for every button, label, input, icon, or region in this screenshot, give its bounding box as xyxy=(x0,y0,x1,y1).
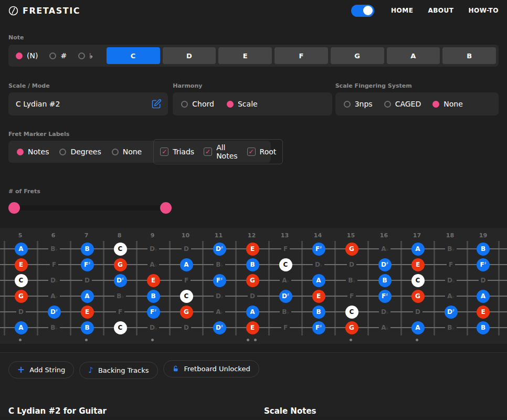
theme-toggle[interactable] xyxy=(351,5,374,17)
nav-link-about[interactable]: ABOUT xyxy=(428,7,453,14)
ghost-note[interactable]: D♭ xyxy=(445,277,457,284)
ghost-note[interactable]: B♭ xyxy=(48,324,59,331)
ghost-note[interactable]: F xyxy=(347,292,356,300)
note-bubble[interactable]: F♯ xyxy=(312,243,325,256)
fingering-option-3nps[interactable]: 3nps xyxy=(344,100,373,108)
ghost-note[interactable]: F xyxy=(182,277,191,284)
note-bubble[interactable]: C xyxy=(114,321,127,334)
note-bubble[interactable]: G xyxy=(411,290,425,303)
note-bubble[interactable]: A xyxy=(180,258,193,271)
note-bubble[interactable]: G xyxy=(15,290,28,303)
fretboard-unlocked-button[interactable]: Fretboard Unlocked xyxy=(163,360,259,377)
note-bubble[interactable]: A xyxy=(15,243,28,256)
ghost-note[interactable]: D xyxy=(413,308,423,316)
note-bubble[interactable]: F♯ xyxy=(81,258,94,271)
note-bubble[interactable]: D♯ xyxy=(279,290,292,303)
note-bubble[interactable]: B xyxy=(81,321,94,334)
fret-marker-option-notes[interactable]: Notes xyxy=(17,148,49,156)
note-bubble[interactable]: C xyxy=(114,243,127,256)
note-bubble[interactable]: G xyxy=(345,321,358,334)
note-bubble[interactable]: D♯ xyxy=(213,243,226,256)
ghost-note[interactable]: D♭ xyxy=(379,308,390,316)
note-bubble[interactable]: G xyxy=(246,274,259,287)
ghost-note[interactable]: D xyxy=(347,261,356,268)
ghost-note[interactable]: B♭ xyxy=(445,245,456,253)
note-bubble[interactable]: A xyxy=(312,274,325,287)
ghost-note[interactable]: B♭ xyxy=(114,292,125,300)
ghost-note[interactable]: D xyxy=(248,292,257,300)
note-bubble[interactable]: E xyxy=(15,258,28,271)
note-bubble[interactable]: G xyxy=(180,306,193,319)
checkbox-all-notes[interactable]: ✓All Notes xyxy=(204,143,237,160)
accidental-option-sharp[interactable]: # xyxy=(49,51,67,60)
note-bubble[interactable]: B xyxy=(477,321,490,334)
nav-link-home[interactable]: HOME xyxy=(391,7,413,14)
note-bubble[interactable]: C xyxy=(15,274,28,287)
note-bubble[interactable]: D♯ xyxy=(378,258,392,271)
note-bubble[interactable]: B xyxy=(147,290,160,303)
accidental-option-flat[interactable]: ♭ xyxy=(78,51,93,60)
note-button-a[interactable]: A xyxy=(387,47,440,64)
ghost-note[interactable]: B♭ xyxy=(214,261,225,268)
note-bubble[interactable]: F♯ xyxy=(312,321,325,334)
note-bubble[interactable]: C xyxy=(345,306,358,319)
ghost-note[interactable]: B♭ xyxy=(445,324,456,331)
ghost-note[interactable]: F xyxy=(281,324,290,331)
note-button-d[interactable]: D xyxy=(163,47,216,64)
accidental-option-natural[interactable]: (N) xyxy=(16,51,38,60)
note-bubble[interactable]: E xyxy=(312,290,325,303)
note-bubble[interactable]: A xyxy=(411,321,425,334)
note-bubble[interactable]: B xyxy=(246,258,259,271)
slider-track[interactable] xyxy=(14,205,166,211)
ghost-note[interactable]: A♭ xyxy=(214,308,225,316)
note-bubble[interactable]: B xyxy=(312,306,325,319)
note-button-f[interactable]: F xyxy=(274,47,328,64)
note-bubble[interactable]: F♯ xyxy=(213,274,226,287)
ghost-note[interactable]: A♭ xyxy=(147,261,159,268)
ghost-note[interactable]: F xyxy=(116,308,124,316)
note-bubble[interactable]: F♯ xyxy=(147,306,160,319)
note-button-b[interactable]: B xyxy=(442,47,496,64)
note-bubble[interactable]: E xyxy=(411,258,425,271)
scale-mode-input[interactable]: C Lydian #2 xyxy=(8,92,168,116)
ghost-note[interactable]: D♭ xyxy=(48,277,60,284)
ghost-note[interactable]: B♭ xyxy=(48,245,59,253)
brand[interactable]: FRETASTIC xyxy=(8,6,80,16)
note-bubble[interactable]: E xyxy=(246,321,259,334)
note-button-c[interactable]: C xyxy=(107,47,160,64)
note-bubble[interactable]: G xyxy=(345,243,358,256)
ghost-note[interactable]: D xyxy=(16,308,26,316)
ghost-note[interactable]: F xyxy=(447,261,455,268)
add-string-button[interactable]: +Add String xyxy=(8,361,74,379)
note-bubble[interactable]: A xyxy=(15,321,28,334)
ghost-note[interactable]: D xyxy=(182,245,191,253)
note-bubble[interactable]: D♯ xyxy=(48,306,61,319)
note-bubble[interactable]: C xyxy=(180,290,193,303)
fingering-option-none[interactable]: None xyxy=(432,100,463,108)
note-bubble[interactable]: C xyxy=(279,258,292,271)
edit-icon[interactable] xyxy=(151,99,162,109)
ghost-note[interactable]: D xyxy=(182,324,191,331)
note-bubble[interactable]: E xyxy=(246,243,259,256)
note-button-g[interactable]: G xyxy=(331,47,384,64)
note-bubble[interactable]: D♯ xyxy=(213,321,226,334)
ghost-note[interactable]: D♭ xyxy=(214,292,225,300)
note-button-e[interactable]: E xyxy=(218,47,272,64)
note-bubble[interactable]: A xyxy=(246,306,259,319)
ghost-note[interactable]: D xyxy=(82,277,92,284)
slider-handle-min[interactable] xyxy=(8,202,20,214)
nav-link-how-to[interactable]: HOW-TO xyxy=(468,7,499,14)
note-bubble[interactable]: E xyxy=(81,306,94,319)
note-bubble[interactable]: F♯ xyxy=(378,290,392,303)
ghost-note[interactable]: D♭ xyxy=(147,245,159,253)
ghost-note[interactable]: B♭ xyxy=(346,277,357,284)
note-bubble[interactable]: F♯ xyxy=(477,258,490,271)
ghost-note[interactable]: D♭ xyxy=(313,261,324,268)
note-bubble[interactable]: B xyxy=(378,274,392,287)
note-bubble[interactable]: G xyxy=(114,258,127,271)
note-bubble[interactable]: D♯ xyxy=(445,306,458,319)
note-bubble[interactable]: A xyxy=(411,243,425,256)
note-bubble[interactable]: B xyxy=(81,243,94,256)
slider-handle-max[interactable] xyxy=(160,202,172,214)
note-bubble[interactable]: E xyxy=(477,306,490,319)
